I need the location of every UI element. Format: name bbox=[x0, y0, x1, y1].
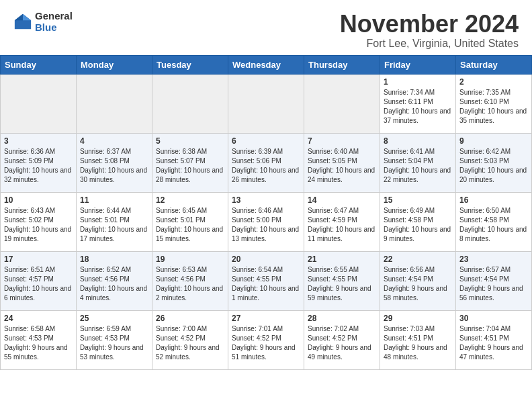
day-number: 6 bbox=[232, 136, 300, 146]
day-number: 17 bbox=[4, 255, 73, 264]
day-number: 23 bbox=[459, 255, 528, 264]
location: Fort Lee, Virginia, United States bbox=[340, 38, 519, 50]
calendar-cell: 30Sunrise: 7:04 AM Sunset: 4:51 PM Dayli… bbox=[456, 310, 532, 369]
day-info: Sunrise: 6:54 AM Sunset: 4:55 PM Dayligh… bbox=[232, 265, 300, 303]
calendar-header-thursday: Thursday bbox=[304, 55, 380, 74]
calendar-cell: 28Sunrise: 7:02 AM Sunset: 4:52 PM Dayli… bbox=[304, 310, 380, 369]
calendar-cell bbox=[77, 74, 152, 133]
day-info: Sunrise: 6:53 AM Sunset: 4:56 PM Dayligh… bbox=[156, 265, 224, 303]
calendar-week-row: 1Sunrise: 7:34 AM Sunset: 6:11 PM Daylig… bbox=[1, 74, 532, 133]
month-title: November 2024 bbox=[340, 11, 519, 38]
calendar-week-row: 17Sunrise: 6:51 AM Sunset: 4:57 PM Dayli… bbox=[1, 251, 532, 310]
day-info: Sunrise: 7:35 AM Sunset: 6:10 PM Dayligh… bbox=[459, 88, 528, 126]
calendar-cell: 24Sunrise: 6:58 AM Sunset: 4:53 PM Dayli… bbox=[1, 310, 77, 369]
page-header: General Blue November 2024 Fort Lee, Vir… bbox=[0, 0, 532, 55]
day-number: 30 bbox=[459, 314, 528, 323]
calendar-cell: 2Sunrise: 7:35 AM Sunset: 6:10 PM Daylig… bbox=[456, 74, 532, 133]
day-number: 14 bbox=[308, 195, 376, 205]
calendar-cell: 14Sunrise: 6:47 AM Sunset: 4:59 PM Dayli… bbox=[304, 192, 380, 251]
day-number: 11 bbox=[80, 195, 148, 205]
day-info: Sunrise: 6:59 AM Sunset: 4:53 PM Dayligh… bbox=[80, 324, 148, 362]
logo-icon bbox=[13, 13, 32, 32]
calendar-header-monday: Monday bbox=[77, 55, 152, 74]
day-info: Sunrise: 6:36 AM Sunset: 5:09 PM Dayligh… bbox=[4, 147, 73, 185]
calendar-cell bbox=[228, 74, 304, 133]
day-number: 25 bbox=[80, 314, 148, 323]
calendar-cell: 10Sunrise: 6:43 AM Sunset: 5:02 PM Dayli… bbox=[1, 192, 77, 251]
calendar-cell: 5Sunrise: 6:38 AM Sunset: 5:07 PM Daylig… bbox=[152, 133, 228, 192]
day-info: Sunrise: 6:37 AM Sunset: 5:08 PM Dayligh… bbox=[80, 147, 148, 185]
day-number: 4 bbox=[80, 136, 148, 146]
day-info: Sunrise: 7:01 AM Sunset: 4:52 PM Dayligh… bbox=[232, 324, 300, 362]
calendar-cell: 19Sunrise: 6:53 AM Sunset: 4:56 PM Dayli… bbox=[152, 251, 228, 310]
day-number: 18 bbox=[80, 255, 148, 264]
calendar-table: SundayMondayTuesdayWednesdayThursdayFrid… bbox=[0, 55, 532, 370]
calendar-cell bbox=[304, 74, 380, 133]
day-number: 15 bbox=[384, 195, 452, 205]
calendar-cell: 15Sunrise: 6:49 AM Sunset: 4:58 PM Dayli… bbox=[380, 192, 456, 251]
day-number: 27 bbox=[232, 314, 300, 323]
day-number: 28 bbox=[308, 314, 376, 323]
day-number: 2 bbox=[459, 77, 528, 87]
day-info: Sunrise: 6:43 AM Sunset: 5:02 PM Dayligh… bbox=[4, 206, 73, 244]
day-info: Sunrise: 6:57 AM Sunset: 4:54 PM Dayligh… bbox=[459, 265, 528, 303]
calendar-cell: 21Sunrise: 6:55 AM Sunset: 4:55 PM Dayli… bbox=[304, 251, 380, 310]
day-info: Sunrise: 6:41 AM Sunset: 5:04 PM Dayligh… bbox=[384, 147, 452, 185]
calendar-header-wednesday: Wednesday bbox=[228, 55, 304, 74]
svg-marker-1 bbox=[23, 13, 31, 19]
calendar-cell: 7Sunrise: 6:40 AM Sunset: 5:05 PM Daylig… bbox=[304, 133, 380, 192]
calendar-cell: 4Sunrise: 6:37 AM Sunset: 5:08 PM Daylig… bbox=[77, 133, 152, 192]
day-info: Sunrise: 6:58 AM Sunset: 4:53 PM Dayligh… bbox=[4, 324, 73, 362]
day-info: Sunrise: 7:00 AM Sunset: 4:52 PM Dayligh… bbox=[156, 324, 224, 362]
day-info: Sunrise: 7:03 AM Sunset: 4:51 PM Dayligh… bbox=[384, 324, 452, 362]
day-info: Sunrise: 6:50 AM Sunset: 4:58 PM Dayligh… bbox=[459, 206, 528, 244]
calendar-cell: 11Sunrise: 6:44 AM Sunset: 5:01 PM Dayli… bbox=[77, 192, 152, 251]
calendar-cell: 22Sunrise: 6:56 AM Sunset: 4:54 PM Dayli… bbox=[380, 251, 456, 310]
day-number: 10 bbox=[4, 195, 73, 205]
calendar-cell: 29Sunrise: 7:03 AM Sunset: 4:51 PM Dayli… bbox=[380, 310, 456, 369]
day-info: Sunrise: 6:47 AM Sunset: 4:59 PM Dayligh… bbox=[308, 206, 376, 244]
day-info: Sunrise: 6:42 AM Sunset: 5:03 PM Dayligh… bbox=[459, 147, 528, 185]
calendar-cell: 9Sunrise: 6:42 AM Sunset: 5:03 PM Daylig… bbox=[456, 133, 532, 192]
calendar-cell: 3Sunrise: 6:36 AM Sunset: 5:09 PM Daylig… bbox=[1, 133, 77, 192]
logo: General Blue bbox=[13, 11, 73, 33]
calendar-header-row: SundayMondayTuesdayWednesdayThursdayFrid… bbox=[1, 55, 532, 74]
calendar-cell: 27Sunrise: 7:01 AM Sunset: 4:52 PM Dayli… bbox=[228, 310, 304, 369]
day-number: 16 bbox=[459, 195, 528, 205]
day-number: 3 bbox=[4, 136, 73, 146]
logo-text: General Blue bbox=[35, 11, 73, 33]
calendar-cell: 16Sunrise: 6:50 AM Sunset: 4:58 PM Dayli… bbox=[456, 192, 532, 251]
day-number: 20 bbox=[232, 255, 300, 264]
calendar-header-friday: Friday bbox=[380, 55, 456, 74]
calendar-week-row: 10Sunrise: 6:43 AM Sunset: 5:02 PM Dayli… bbox=[1, 192, 532, 251]
calendar-cell bbox=[152, 74, 228, 133]
calendar-cell: 12Sunrise: 6:45 AM Sunset: 5:01 PM Dayli… bbox=[152, 192, 228, 251]
day-number: 19 bbox=[156, 255, 224, 264]
day-info: Sunrise: 6:52 AM Sunset: 4:56 PM Dayligh… bbox=[80, 265, 148, 303]
day-number: 24 bbox=[4, 314, 73, 323]
calendar-cell: 6Sunrise: 6:39 AM Sunset: 5:06 PM Daylig… bbox=[228, 133, 304, 192]
calendar-week-row: 24Sunrise: 6:58 AM Sunset: 4:53 PM Dayli… bbox=[1, 310, 532, 369]
title-block: November 2024 Fort Lee, Virginia, United… bbox=[340, 11, 519, 50]
day-info: Sunrise: 6:44 AM Sunset: 5:01 PM Dayligh… bbox=[80, 206, 148, 244]
day-number: 22 bbox=[384, 255, 452, 264]
calendar-cell: 13Sunrise: 6:46 AM Sunset: 5:00 PM Dayli… bbox=[228, 192, 304, 251]
day-number: 1 bbox=[384, 77, 452, 87]
calendar-header-saturday: Saturday bbox=[456, 55, 532, 74]
calendar-cell: 23Sunrise: 6:57 AM Sunset: 4:54 PM Dayli… bbox=[456, 251, 532, 310]
day-number: 12 bbox=[156, 195, 224, 205]
logo-general: General bbox=[35, 11, 73, 22]
calendar-cell: 17Sunrise: 6:51 AM Sunset: 4:57 PM Dayli… bbox=[1, 251, 77, 310]
calendar-cell: 8Sunrise: 6:41 AM Sunset: 5:04 PM Daylig… bbox=[380, 133, 456, 192]
day-number: 13 bbox=[232, 195, 300, 205]
day-number: 5 bbox=[156, 136, 224, 146]
day-number: 7 bbox=[308, 136, 376, 146]
day-info: Sunrise: 7:04 AM Sunset: 4:51 PM Dayligh… bbox=[459, 324, 528, 362]
day-number: 8 bbox=[384, 136, 452, 146]
day-info: Sunrise: 6:46 AM Sunset: 5:00 PM Dayligh… bbox=[232, 206, 300, 244]
calendar-cell: 25Sunrise: 6:59 AM Sunset: 4:53 PM Dayli… bbox=[77, 310, 152, 369]
day-info: Sunrise: 6:51 AM Sunset: 4:57 PM Dayligh… bbox=[4, 265, 73, 303]
day-info: Sunrise: 7:02 AM Sunset: 4:52 PM Dayligh… bbox=[308, 324, 376, 362]
calendar-week-row: 3Sunrise: 6:36 AM Sunset: 5:09 PM Daylig… bbox=[1, 133, 532, 192]
day-number: 9 bbox=[459, 136, 528, 146]
